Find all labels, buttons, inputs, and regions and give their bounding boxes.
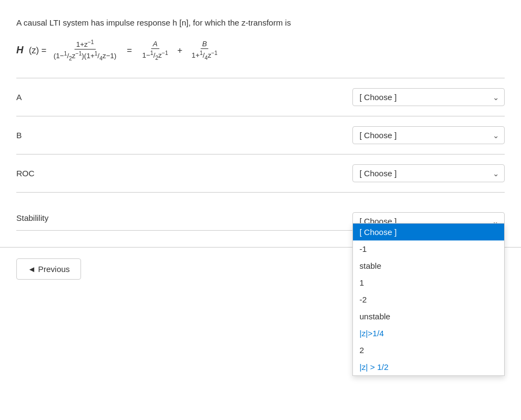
select-area-stability: [ Choose ] ⌄ [ Choose ] -1 stable 1 -2 u… bbox=[352, 202, 505, 230]
select-ROC[interactable]: [ Choose ] -1 stable 1 -2 unstable |z|>1… bbox=[352, 164, 505, 182]
row-stability: Stabilility [ Choose ] ⌄ [ Choose ] -1 s… bbox=[16, 193, 505, 231]
label-A: A bbox=[16, 92, 125, 102]
stability-option-z12[interactable]: |z| > 1/2 bbox=[353, 359, 504, 375]
row-ROC: ROC [ Choose ] -1 stable 1 -2 unstable |… bbox=[16, 155, 505, 193]
label-stability: Stabilility bbox=[16, 202, 125, 223]
select-area-B: [ Choose ] -1 stable 1 -2 unstable |z|>1… bbox=[352, 126, 505, 144]
label-ROC: ROC bbox=[16, 169, 125, 178]
formula-block: H (z) = 1+z−1 (1−1/2z−1)(1+1/4z−1) = A 1… bbox=[16, 39, 505, 61]
select-area-ROC: [ Choose ] -1 stable 1 -2 unstable |z|>1… bbox=[352, 164, 505, 182]
stability-option-unstable[interactable]: unstable bbox=[353, 308, 504, 325]
row-B: B [ Choose ] -1 stable 1 -2 unstable |z|… bbox=[16, 116, 505, 155]
stability-option-z14[interactable]: |z|>1/4 bbox=[353, 325, 504, 342]
row-A: A [ Choose ] -1 stable 1 -2 unstable |z|… bbox=[16, 78, 505, 116]
previous-label: ◄ Previous bbox=[28, 264, 70, 274]
label-B: B bbox=[16, 131, 125, 140]
stability-option-1[interactable]: 1 bbox=[353, 274, 504, 291]
stability-option-choose[interactable]: [ Choose ] bbox=[353, 224, 504, 240]
stability-option-neg2[interactable]: -2 bbox=[353, 291, 504, 308]
select-B[interactable]: [ Choose ] -1 stable 1 -2 unstable |z|>1… bbox=[352, 126, 505, 144]
question-rows: A [ Choose ] -1 stable 1 -2 unstable |z|… bbox=[16, 78, 505, 231]
stability-option-2[interactable]: 2 bbox=[353, 342, 504, 359]
stability-option-neg1[interactable]: -1 bbox=[353, 240, 504, 257]
previous-button[interactable]: ◄ Previous bbox=[16, 258, 81, 280]
select-A[interactable]: [ Choose ] -1 stable 1 -2 unstable |z|>1… bbox=[352, 88, 505, 106]
problem-description: A causal LTI system has impulse response… bbox=[16, 16, 505, 29]
stability-dropdown: [ Choose ] -1 stable 1 -2 unstable |z|>1… bbox=[352, 223, 505, 376]
stability-option-stable[interactable]: stable bbox=[353, 257, 504, 274]
select-area-A: [ Choose ] -1 stable 1 -2 unstable |z|>1… bbox=[352, 88, 505, 106]
